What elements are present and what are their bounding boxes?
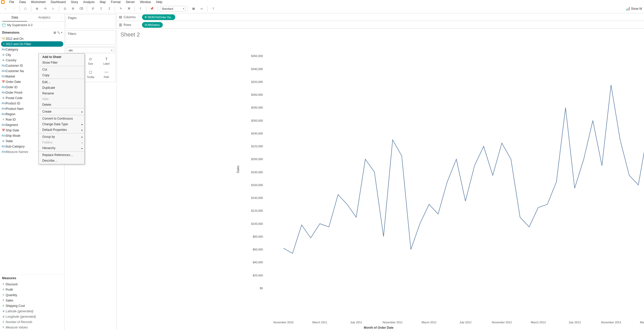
duplicate-button[interactable]: ⧉ <box>69 5 77 12</box>
show-me-button[interactable]: Show M <box>626 7 642 11</box>
new-datasource-button[interactable]: ⊞ <box>33 5 40 12</box>
ctx-create[interactable]: Create <box>39 109 84 114</box>
menu-story[interactable]: Story <box>68 0 81 4</box>
sort-asc-button[interactable]: ↧ <box>97 5 105 12</box>
field-category[interactable]: AbcCategory <box>0 47 64 52</box>
auto-update-button[interactable]: ⟲ <box>42 5 49 12</box>
tf-type-icon: T|F <box>2 37 5 40</box>
run-button[interactable]: ▷ <box>50 5 57 12</box>
toolbar: ← → ▢ ⊞ ⟲ ▷ ⊡ ⧉ ⌫ ⇵ ↧ ↥ ✎ ⌘ T 📌 Standard… <box>0 4 644 13</box>
field-profit[interactable]: #Profit <box>0 287 64 292</box>
ctx-cut[interactable]: Cut <box>39 67 84 72</box>
menu-file[interactable]: File <box>7 0 17 4</box>
pane-options-icon[interactable]: ◦ <box>59 13 64 21</box>
dimensions-header: Dimensions ▤ 🔍 ▾ <box>0 29 64 36</box>
path-button[interactable]: 〰Path <box>98 67 114 81</box>
field-sales[interactable]: #Sales <box>0 298 64 303</box>
back-button[interactable]: ← <box>2 5 9 12</box>
columns-pill[interactable]: ⊕ MONTH(Order Da.. <box>142 14 175 20</box>
menu-icon[interactable]: ▾ <box>61 31 62 34</box>
forward-button[interactable]: → <box>10 5 17 12</box>
tooltip-button[interactable]: ☐Tooltip <box>83 67 99 81</box>
menu-server[interactable]: Server <box>123 0 137 4</box>
field-latitude-generated-[interactable]: ⊕Latitude (generated) <box>0 308 64 314</box>
mark-type-select[interactable]: atic <box>67 47 114 53</box>
ctx-delete[interactable]: Delete <box>39 102 84 108</box>
label-button[interactable]: TLabel <box>98 54 114 67</box>
field-number-of-records[interactable]: #Number of Records <box>0 319 64 325</box>
field-2012-and-on-filter[interactable]: =2012 and On Filter <box>1 41 63 47</box>
group-button[interactable]: ⌘ <box>125 5 132 12</box>
x-axis-label: Month of Order Date <box>364 326 394 329</box>
menu-map[interactable]: Map <box>97 0 108 4</box>
datasource-icon <box>2 23 6 27</box>
ctx-change-data-type[interactable]: Change Data Type <box>39 121 84 127</box>
y-tick: $260,000 <box>251 119 263 122</box>
ctx-add-to-sheet[interactable]: Add to Sheet <box>39 54 84 60</box>
sort-desc-button[interactable]: ↥ <box>106 5 113 12</box>
field-measure-values[interactable]: #Measure Values <box>0 325 64 330</box>
pin-button[interactable]: 📌 <box>148 5 156 12</box>
find-icon[interactable]: 🔍 <box>57 31 60 34</box>
field-discount[interactable]: #Discount <box>0 282 64 287</box>
data-source[interactable]: My Superstore 4-3 <box>0 22 64 29</box>
x-tick: July 2013 <box>569 321 581 324</box>
ctx-edit-[interactable]: Edit… <box>39 79 84 85</box>
menu-help[interactable]: Help <box>154 0 165 4</box>
ctx-show-filter[interactable]: Show Filter <box>39 60 84 65</box>
str-type-icon: Abc <box>2 91 5 94</box>
swap-button[interactable]: ⇵ <box>89 5 96 12</box>
y-tick: $340,000 <box>251 67 263 71</box>
presentation-button[interactable]: ▭ <box>198 5 205 12</box>
rows-shelf[interactable]: Rows SUM(Sales) <box>117 21 644 29</box>
share-button[interactable]: ⇪ <box>210 5 217 12</box>
ctx-group-by[interactable]: Group by <box>39 134 84 140</box>
line-series[interactable] <box>283 46 644 254</box>
menu-format[interactable]: Format <box>108 0 123 4</box>
ctx-replace-references-[interactable]: Replace References… <box>39 152 84 158</box>
menu-analysis[interactable]: Analysis <box>81 0 97 4</box>
totals-button[interactable]: T <box>137 5 144 12</box>
field-2012-and-on[interactable]: T|F2012 and On <box>0 36 64 41</box>
ctx-default-properties[interactable]: Default Properties <box>39 127 84 133</box>
size-icon: ⊙ <box>88 57 93 61</box>
menu-data[interactable]: Data <box>17 0 28 4</box>
clear-button[interactable]: ⌫ <box>78 5 85 12</box>
ctx-describe-[interactable]: Describe… <box>39 158 84 163</box>
num-type-icon: # <box>2 321 5 323</box>
menu-dashboard[interactable]: Dashboard <box>48 0 68 4</box>
columns-shelf[interactable]: Columns ⊕ MONTH(Order Da.. <box>117 13 644 21</box>
ctx-duplicate[interactable]: Duplicate <box>39 85 84 91</box>
field-context-menu: Add to SheetShow FilterCutCopyEdit…Dupli… <box>38 53 85 164</box>
menu-window[interactable]: Window <box>137 0 154 4</box>
ctx-convert-to-continuous[interactable]: Convert to Continuous <box>39 116 84 121</box>
new-worksheet-button[interactable]: ⊡ <box>61 5 68 12</box>
filters-card[interactable]: Filters <box>66 30 116 45</box>
field-longitude-generated-[interactable]: ⊕Longitude (generated) <box>0 314 64 319</box>
highlight-button[interactable]: ✎ <box>117 5 124 12</box>
fit-select[interactable]: Standard <box>160 6 186 12</box>
ctx-rename[interactable]: Rename <box>39 91 84 96</box>
rows-pill[interactable]: SUM(Sales) <box>142 22 163 28</box>
data-tab[interactable]: Data <box>0 13 30 21</box>
sheet-title[interactable]: Sheet 2 <box>117 29 644 41</box>
str-type-icon: Abc <box>2 145 5 148</box>
str-type-icon: Abc <box>2 102 5 105</box>
field-quantity[interactable]: #Quantity <box>0 292 64 298</box>
analytics-tab[interactable]: Analytics <box>30 13 59 21</box>
ctx-hierarchy[interactable]: Hierarchy <box>39 145 84 151</box>
x-tick: July 2012 <box>459 321 472 324</box>
menu-worksheet[interactable]: Worksheet <box>28 0 48 4</box>
pages-card[interactable]: Pages <box>66 14 116 29</box>
svg-rect-8 <box>119 25 122 25</box>
chart[interactable]: Sales Month of Order Date $360,000$340,0… <box>117 41 640 330</box>
num-type-icon: # <box>2 283 5 286</box>
size-button[interactable]: ⊙Size <box>83 54 99 67</box>
y-tick: $300,000 <box>251 93 263 96</box>
view-as-icon[interactable]: ▤ <box>54 31 56 34</box>
save-button[interactable]: ▢ <box>22 5 29 12</box>
ctx-copy[interactable]: Copy <box>39 72 84 78</box>
view-cards-button[interactable]: ▦ <box>190 5 197 12</box>
menubar: FileDataWorksheetDashboardStoryAnalysisM… <box>0 0 644 4</box>
field-shipping-cost[interactable]: #Shipping Cost <box>0 303 64 308</box>
